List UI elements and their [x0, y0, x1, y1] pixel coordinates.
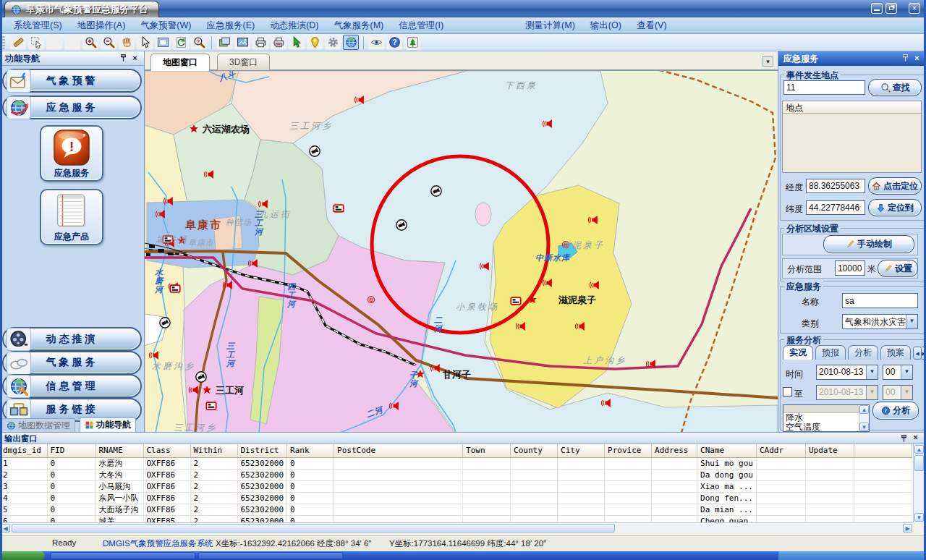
toolbar-select-poly-button[interactable] — [46, 35, 62, 50]
column-header-Class[interactable]: Class — [143, 444, 190, 457]
toolbar-zoom-in-button[interactable] — [82, 35, 98, 50]
location-list-header[interactable]: 地点 — [783, 101, 921, 114]
combo-arrow-icon[interactable]: ▼ — [901, 365, 912, 379]
location-search-input[interactable] — [783, 80, 865, 95]
taskbar-app-button[interactable] — [198, 552, 343, 559]
column-header-Within[interactable]: Within — [190, 444, 237, 457]
table-row[interactable]: 30小马厩沟OXFF8626523020000Xiao ma ... — [0, 480, 912, 492]
pin-icon[interactable] — [899, 434, 909, 444]
manual-draw-button[interactable]: 手动绘制 — [823, 235, 914, 253]
column-header-Town[interactable]: Town — [463, 444, 511, 457]
table-row[interactable]: 50大面场子沟OXFF8626523020000Da mian ... — [0, 504, 912, 515]
vscroll-thumb[interactable] — [914, 455, 924, 471]
combo-arrow-icon[interactable]: ▼ — [906, 315, 917, 328]
tab-scroll-left-icon[interactable]: ◀ — [913, 347, 922, 360]
scroll-up-icon[interactable]: ▲ — [859, 405, 869, 414]
column-header-dmgis_id[interactable]: dmgis_id — [0, 444, 47, 457]
toolbar-export-scene-button[interactable] — [404, 35, 420, 50]
column-header-City[interactable]: City — [558, 444, 605, 457]
tab-实况[interactable]: 实况 — [783, 345, 813, 360]
tab-3D窗口[interactable]: 3D窗口 — [217, 54, 270, 70]
menu-item-2[interactable]: 地图操作(A) — [71, 18, 132, 33]
menu-item-10[interactable]: 查看(V) — [630, 18, 674, 33]
toolbar-visibility-button[interactable] — [368, 35, 384, 50]
menu-item-9[interactable]: 输出(O) — [584, 18, 628, 33]
close-output-icon[interactable]: × — [911, 433, 920, 442]
pin-icon[interactable] — [901, 54, 910, 63]
tab-预报[interactable]: 预报 — [815, 345, 846, 360]
locate-to-button[interactable]: 定位到 — [868, 199, 922, 216]
element-listbox[interactable]: 降水空气温度 ▲ ▼ — [783, 404, 870, 432]
column-header-Provice[interactable]: Provice — [605, 444, 652, 457]
minimize-button[interactable] — [871, 3, 883, 14]
big-button-应急产品[interactable]: 应急产品 — [40, 189, 103, 245]
menu-item-7[interactable]: 信息管理(I) — [392, 18, 450, 33]
column-header-County[interactable]: County — [511, 444, 558, 457]
big-button-应急服务[interactable]: 应急服务 — [40, 125, 103, 182]
table-row[interactable]: 10水磨沟OXFF8626523020000Shui mo gou — [0, 457, 912, 469]
toolbar-measure-button[interactable] — [10, 35, 26, 50]
toolbar-full-extent-button[interactable] — [155, 35, 171, 50]
close-panel-icon[interactable]: × — [912, 54, 922, 63]
column-header-Rank[interactable]: Rank — [287, 444, 334, 457]
toolbar-zoom-out-button[interactable] — [101, 35, 116, 50]
list-item[interactable]: 空气温度 — [783, 423, 869, 432]
column-header-FID[interactable]: FID — [47, 444, 95, 457]
horizontal-scrollbar[interactable]: ◀ ▶ — [0, 522, 913, 533]
toolbar-select-clear-button[interactable] — [64, 35, 80, 50]
menu-item-8[interactable]: 测量计算(M) — [519, 18, 582, 33]
taskbar-app-button[interactable] — [51, 552, 195, 559]
sidebar-item-动态推演[interactable]: 动态推演 — [2, 327, 142, 351]
listbox-scrollbar[interactable]: ▲ ▼ — [859, 405, 869, 431]
date-combo[interactable]: 2010-08-13▼ — [816, 365, 878, 380]
tab-预案[interactable]: 预案 — [880, 345, 911, 360]
scroll-right-icon[interactable]: ▶ — [903, 524, 912, 533]
toolbar-pan-button[interactable] — [119, 35, 135, 50]
hour-combo[interactable]: 00▼ — [883, 365, 913, 380]
service-name-input[interactable] — [842, 293, 918, 308]
analysis-range-input[interactable] — [835, 260, 865, 276]
menu-item-5[interactable]: 动态推演(D) — [263, 18, 325, 33]
close-button[interactable]: × — [909, 3, 920, 14]
column-header-District[interactable]: District — [237, 444, 287, 457]
menu-item-4[interactable]: 应急服务(E) — [200, 18, 261, 33]
column-header-RNAME[interactable]: RNAME — [95, 444, 143, 457]
sidebar-item-应急服务[interactable]: 应急服务 — [2, 96, 142, 119]
toolbar-pointer-button[interactable] — [137, 35, 153, 50]
toolbar-help-button[interactable] — [386, 35, 402, 50]
scroll-up-icon[interactable]: ▲ — [914, 445, 924, 454]
hour2-combo[interactable]: 00▼ — [883, 385, 913, 400]
toolbar-select-rect-button[interactable] — [28, 35, 44, 50]
tab-地图窗口[interactable]: 地图窗口 — [150, 54, 210, 71]
toolbar-globe-button[interactable] — [343, 35, 359, 50]
toolbar-print-preview-button[interactable] — [271, 35, 286, 50]
tab-地图数据管理[interactable]: 地图数据管理 — [1, 418, 75, 432]
os-taskbar[interactable] — [0, 551, 926, 560]
sidebar-item-气象服务[interactable]: 气象服务 — [2, 351, 142, 375]
to-checkbox[interactable] — [783, 387, 792, 396]
sidebar-item-信息管理[interactable]: 信息管理 — [2, 374, 142, 398]
toolbar-refresh-button[interactable] — [173, 35, 189, 50]
analyze-button[interactable]: 分析 — [872, 402, 919, 420]
column-header-CName[interactable]: CName — [697, 444, 757, 457]
map-tab-dropdown-icon[interactable]: ▼ — [763, 56, 773, 67]
menu-item-1[interactable]: 系统管理(S) — [7, 18, 69, 33]
longitude-input[interactable] — [806, 179, 865, 193]
pin-icon[interactable] — [119, 54, 128, 63]
search-button[interactable]: 查找 — [868, 79, 922, 96]
table-row[interactable]: 40东风一小队OXFF8626523020000Dong fen... — [0, 492, 912, 504]
table-row[interactable]: 60城关OXFF8526523020000Cheng guan — [0, 515, 912, 522]
toolbar-placemark-button[interactable] — [307, 35, 323, 50]
vertical-scrollbar[interactable]: ▲ ▼ — [913, 444, 925, 522]
start-button[interactable] — [0, 551, 45, 560]
menu-item-3[interactable]: 气象预警(W) — [134, 18, 197, 33]
menu-item-6[interactable]: 气象服务(M) — [328, 18, 391, 33]
scroll-down-icon[interactable]: ▼ — [914, 513, 924, 522]
service-type-combo[interactable]: 气象和洪水灾害 ▼ — [842, 314, 918, 329]
scroll-down-icon[interactable]: ▼ — [859, 423, 869, 431]
toolbar-layers-button[interactable] — [216, 35, 232, 50]
toolbar-go-arrow-button[interactable] — [289, 35, 305, 50]
toolbar-settings-button[interactable] — [325, 35, 341, 50]
close-panel-icon[interactable]: × — [130, 54, 140, 63]
toolbar-print-button[interactable] — [252, 35, 268, 50]
